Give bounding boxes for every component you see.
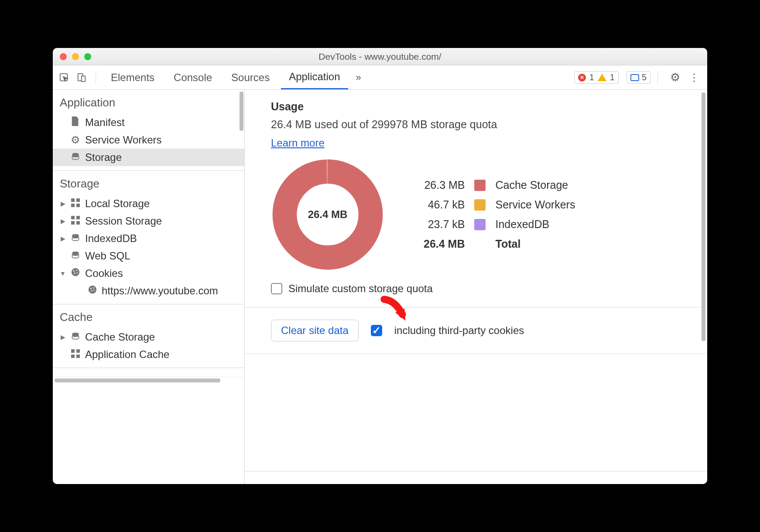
separator xyxy=(96,71,96,85)
close-button[interactable] xyxy=(60,53,67,60)
svg-point-19 xyxy=(89,286,96,293)
clear-site-data-button[interactable]: Clear site data xyxy=(271,320,359,341)
sidebar-category: Storage xyxy=(53,171,244,195)
svg-point-21 xyxy=(93,287,94,289)
sidebar-category: Application xyxy=(53,90,244,114)
gear-icon: ⚙ xyxy=(70,134,81,146)
tab-sources[interactable]: Sources xyxy=(223,65,277,89)
sidebar-item-application-cache[interactable]: Application Cache xyxy=(53,346,244,363)
grid-icon xyxy=(70,198,81,210)
chevron-down-icon: ▼ xyxy=(60,270,66,277)
usage-legend: 26.3 MBCache Storage46.7 kBService Worke… xyxy=(424,179,575,250)
divider xyxy=(245,354,707,354)
svg-rect-9 xyxy=(76,216,80,219)
sidebar-item-web-sql[interactable]: Web SQL xyxy=(53,247,244,265)
storage-content: Usage 26.4 MB used out of 299978 MB stor… xyxy=(245,90,707,354)
svg-rect-26 xyxy=(76,349,80,353)
svg-rect-28 xyxy=(76,355,80,358)
sidebar-item-storage[interactable]: Storage xyxy=(53,149,244,166)
legend-label: Cache Storage xyxy=(495,179,575,191)
sidebar-item-label: Storage xyxy=(85,151,122,164)
issues-counter[interactable]: ✕ 1 1 xyxy=(574,71,619,84)
legend-swatch xyxy=(474,180,486,191)
sidebar-item-cookies[interactable]: ▼Cookies xyxy=(53,265,244,282)
svg-rect-10 xyxy=(71,221,75,225)
tab-elements[interactable]: Elements xyxy=(103,65,162,89)
legend-swatch xyxy=(474,199,486,211)
sidebar-item-session-storage[interactable]: ▶Session Storage xyxy=(53,212,244,230)
grid-icon xyxy=(70,348,81,361)
chevron-right-icon: ▶ xyxy=(60,235,66,242)
separator xyxy=(657,71,658,85)
message-icon xyxy=(630,74,639,81)
svg-point-17 xyxy=(74,273,75,274)
usage-heading: Usage xyxy=(271,100,681,113)
clear-data-row: Clear site data ✓ including third-party … xyxy=(271,307,681,354)
main-panel: Usage 26.4 MB used out of 299978 MB stor… xyxy=(245,90,707,484)
sidebar-item-service-workers[interactable]: ⚙Service Workers xyxy=(53,131,244,149)
legend-value: 26.3 MB xyxy=(424,179,465,191)
sidebar-item-cache-storage[interactable]: ▶Cache Storage xyxy=(53,328,244,346)
sidebar-item-local-storage[interactable]: ▶Local Storage xyxy=(53,195,244,212)
device-toggle-icon[interactable] xyxy=(75,73,89,82)
minimize-button[interactable] xyxy=(72,53,79,60)
svg-rect-7 xyxy=(76,204,80,207)
db-icon xyxy=(70,151,81,164)
svg-point-16 xyxy=(76,270,77,271)
legend-total-value: 26.4 MB xyxy=(424,238,465,250)
svg-rect-4 xyxy=(71,198,75,202)
sidebar-item-label: Manifest xyxy=(85,116,125,129)
svg-point-18 xyxy=(76,273,78,274)
devtools-window: DevTools - www.youtube.com/ Elements Con… xyxy=(53,48,707,484)
svg-point-15 xyxy=(73,270,75,272)
sidebar-category: Cache xyxy=(53,304,244,328)
simulate-quota-label: Simulate custom storage quota xyxy=(288,283,433,295)
chevron-right-icon: ▶ xyxy=(60,334,66,341)
devtools-tabbar: Elements Console Sources Application » ✕… xyxy=(53,65,707,90)
settings-icon[interactable]: ⚙ xyxy=(670,71,680,84)
maximize-button[interactable] xyxy=(84,53,91,60)
file-icon xyxy=(70,116,81,129)
main-scrollbar[interactable] xyxy=(702,92,705,341)
usage-donut-chart: 26.4 MB xyxy=(271,158,384,271)
learn-more-link[interactable]: Learn more xyxy=(271,137,325,149)
sidebar-item-indexeddb[interactable]: ▶IndexedDB xyxy=(53,230,244,247)
kebab-menu-icon[interactable]: ⋮ xyxy=(689,72,699,84)
db-icon xyxy=(70,250,81,262)
sidebar-h-scrollbar[interactable] xyxy=(53,377,244,383)
simulate-quota-checkbox[interactable] xyxy=(271,283,282,294)
db-icon xyxy=(70,232,81,245)
svg-rect-6 xyxy=(71,204,75,207)
message-count: 5 xyxy=(642,72,647,82)
svg-point-22 xyxy=(91,290,92,291)
simulate-quota-row[interactable]: Simulate custom storage quota xyxy=(271,283,681,295)
tab-application[interactable]: Application xyxy=(281,65,348,89)
legend-label: Service Workers xyxy=(495,198,575,211)
tab-console[interactable]: Console xyxy=(166,65,220,89)
legend-swatch xyxy=(474,219,486,230)
more-tabs-chevron[interactable]: » xyxy=(352,72,366,83)
svg-rect-11 xyxy=(76,221,80,225)
warning-icon xyxy=(598,74,606,81)
application-sidebar: ApplicationManifest⚙Service WorkersStora… xyxy=(53,90,245,484)
sidebar-scrollbar[interactable] xyxy=(240,92,243,131)
window-title: DevTools - www.youtube.com/ xyxy=(53,51,707,62)
legend-label: IndexedDB xyxy=(495,218,575,231)
svg-rect-25 xyxy=(71,349,75,353)
third-party-checkbox[interactable]: ✓ xyxy=(371,325,382,336)
sidebar-item-label: Application Cache xyxy=(85,348,169,361)
warning-count: 1 xyxy=(610,72,615,82)
sidebar-subitem[interactable]: https://www.youtube.com xyxy=(53,282,244,300)
chevron-right-icon: ▶ xyxy=(60,200,66,207)
sidebar-item-manifest[interactable]: Manifest xyxy=(53,114,244,131)
annotation-arrow xyxy=(380,295,411,326)
legend-value: 23.7 kB xyxy=(424,218,465,231)
messages-counter[interactable]: 5 xyxy=(626,71,650,84)
sidebar-item-label: Local Storage xyxy=(85,198,150,210)
grid-icon xyxy=(70,215,81,227)
legend-total-label: Total xyxy=(495,238,575,250)
cookie-icon xyxy=(88,285,97,297)
db-icon xyxy=(70,331,81,343)
sidebar-item-label: Web SQL xyxy=(85,250,130,262)
inspect-icon[interactable] xyxy=(57,73,71,82)
